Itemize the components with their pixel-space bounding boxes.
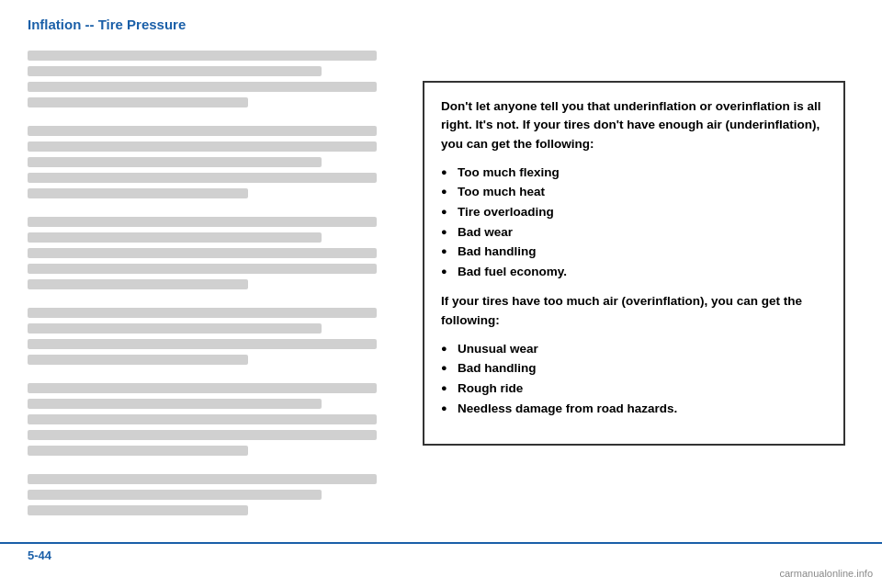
- placeholder-line: [28, 474, 377, 484]
- underinflation-bullet-item: Bad fuel economy.: [441, 262, 827, 282]
- bottom-bar: [0, 542, 882, 544]
- page-container: Inflation -- Tire Pressure: [0, 0, 882, 588]
- placeholder-line: [28, 505, 248, 515]
- overinflation-list: Unusual wearBad handlingRough rideNeedle…: [441, 339, 827, 418]
- placeholder-line: [28, 264, 377, 274]
- underinflation-bullet-item: Too much heat: [441, 182, 827, 202]
- watermark: carmanualonline.info: [779, 568, 873, 579]
- left-content: [28, 51, 395, 492]
- overinflation-bullet-item: Needless damage from road hazards.: [441, 399, 827, 419]
- placeholder-line: [28, 82, 377, 92]
- placeholder-line: [28, 446, 248, 456]
- placeholder-line: [28, 279, 248, 289]
- overinflation-bullet-item: Unusual wear: [441, 339, 827, 359]
- info-box-intro-text: Don't let anyone tell you that underinfl…: [441, 97, 827, 153]
- overinflation-bullet-item: Bad handling: [441, 358, 827, 379]
- info-box-mid-text: If your tires have too much air (overinf…: [441, 292, 827, 330]
- placeholder-line: [28, 66, 322, 76]
- placeholder-line: [28, 248, 377, 258]
- placeholder-line: [28, 339, 377, 349]
- placeholder-line: [28, 355, 248, 365]
- placeholder-line: [28, 323, 322, 334]
- placeholder-line: [28, 308, 377, 318]
- placeholder-line: [28, 430, 377, 440]
- placeholder-line: [28, 126, 377, 136]
- placeholder-line: [28, 97, 248, 107]
- overinflation-bullet-item: Rough ride: [441, 379, 827, 399]
- placeholder-line: [28, 490, 322, 500]
- placeholder-line: [28, 399, 322, 409]
- placeholder-line: [28, 141, 377, 152]
- placeholder-line: [28, 217, 377, 227]
- underinflation-bullet-item: Too much flexing: [441, 163, 827, 183]
- placeholder-line: [28, 188, 248, 198]
- underinflation-list: Too much flexingToo much heatTire overlo…: [441, 163, 827, 282]
- placeholder-line: [28, 383, 377, 393]
- page-number: 5-44: [28, 548, 51, 562]
- placeholder-line: [28, 51, 377, 61]
- placeholder-line: [28, 173, 377, 183]
- underinflation-bullet-item: Tire overloading: [441, 202, 827, 222]
- underinflation-bullet-item: Bad handling: [441, 242, 827, 262]
- page-title: Inflation -- Tire Pressure: [28, 17, 186, 32]
- placeholder-line: [28, 157, 322, 167]
- placeholder-line: [28, 414, 377, 424]
- info-box: Don't let anyone tell you that underinfl…: [423, 81, 845, 446]
- underinflation-bullet-item: Bad wear: [441, 222, 827, 243]
- placeholder-line: [28, 232, 322, 243]
